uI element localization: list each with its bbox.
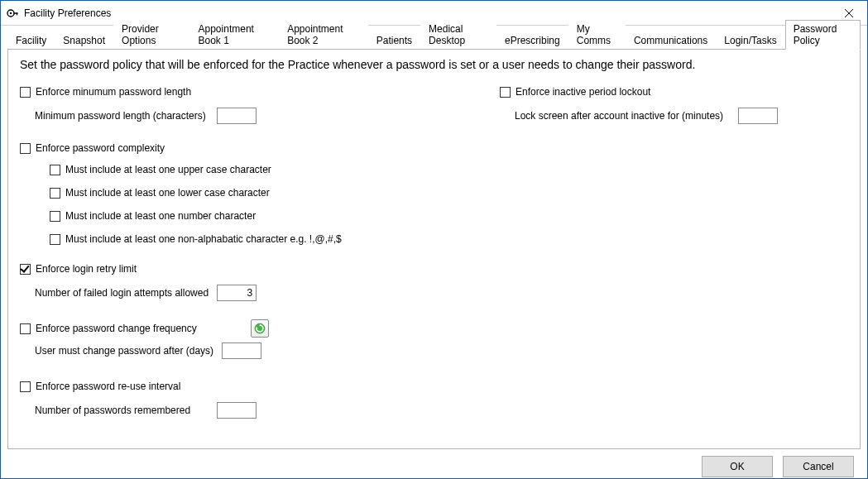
input-retry[interactable] [217, 285, 257, 301]
tab-label: Appointment Book 2 [287, 23, 343, 46]
tab-label: Appointment Book 1 [199, 23, 254, 46]
checkbox-rule-number[interactable] [50, 211, 60, 222]
tab-patients[interactable]: Patients [368, 31, 420, 49]
tab-my-comms[interactable]: My Comms [568, 20, 626, 49]
checkbox-enforce-retry[interactable] [20, 264, 31, 275]
label-rule-lower: Must include at least one lower case cha… [65, 187, 270, 199]
tab-eprescribing[interactable]: ePrescribing [496, 31, 568, 49]
app-icon [6, 7, 19, 20]
tab-communications[interactable]: Communications [626, 31, 716, 49]
tab-label: My Comms [577, 23, 611, 46]
tab-label: Communications [634, 35, 707, 46]
tab-label: Facility [16, 35, 46, 46]
label-enforce-inactive: Enforce inactive period lockout [516, 86, 650, 98]
intro-text: Set the password policy that will be enf… [20, 58, 848, 71]
input-min-length[interactable] [217, 108, 257, 124]
tab-login-tasks[interactable]: Login/Tasks [716, 31, 784, 49]
label-enforce-reuse: Enforce password re-use interval [36, 381, 180, 392]
input-change-freq[interactable] [222, 342, 261, 359]
tab-provider-options[interactable]: Provider Options [113, 20, 189, 49]
tab-medical-desktop[interactable]: Medical Desktop [420, 20, 496, 49]
group-inactive: Enforce inactive period lockout Lock scr… [500, 86, 848, 124]
input-reuse[interactable] [217, 402, 257, 419]
window-frame: Facility Preferences Facility Snapshot P… [0, 0, 868, 479]
label-change-freq-field: User must change password after (days) [35, 345, 213, 357]
checkbox-enforce-min-length[interactable] [20, 87, 31, 98]
group-reuse: Enforce password re-use interval Number … [20, 381, 450, 419]
label-retry-field: Number of failed login attempts allowed [35, 287, 209, 299]
input-inactive[interactable] [738, 108, 778, 124]
label-enforce-change-freq: Enforce password change frequency [36, 323, 226, 334]
refresh-button[interactable] [251, 319, 269, 338]
right-column: Enforce inactive period lockout Lock scr… [500, 86, 848, 437]
tab-label: Patients [376, 35, 412, 46]
tab-label: Login/Tasks [724, 35, 776, 46]
ok-button[interactable]: OK [702, 456, 773, 477]
label-inactive-field: Lock screen after account inactive for (… [515, 110, 730, 122]
tab-appointment-book-2[interactable]: Appointment Book 2 [279, 20, 368, 49]
label-rule-number: Must include at least one number charact… [65, 210, 256, 222]
checkbox-enforce-change-freq[interactable] [20, 323, 31, 334]
button-bar: OK Cancel [7, 449, 861, 479]
tab-label: ePrescribing [505, 35, 560, 46]
svg-point-1 [10, 12, 12, 14]
label-enforce-complexity: Enforce password complexity [36, 142, 165, 154]
checkbox-enforce-inactive[interactable] [500, 87, 511, 98]
group-change-freq: Enforce password change frequency User [20, 319, 450, 359]
tab-snapshot[interactable]: Snapshot [55, 31, 113, 49]
cancel-button[interactable]: Cancel [783, 456, 854, 477]
group-min-length: Enforce minumum password length Minimum … [20, 86, 450, 124]
label-min-length-field: Minimum password length (characters) [35, 110, 209, 122]
tab-label: Medical Desktop [429, 23, 465, 46]
group-complexity: Enforce password complexity Must include… [20, 142, 450, 245]
tab-label: Provider Options [122, 23, 159, 46]
svg-rect-3 [17, 12, 17, 15]
checkbox-enforce-reuse[interactable] [20, 381, 31, 392]
label-enforce-retry: Enforce login retry limit [36, 263, 137, 275]
label-reuse-field: Number of passwords remembered [35, 405, 209, 416]
checkbox-rule-lower[interactable] [50, 188, 60, 199]
checkbox-enforce-complexity[interactable] [20, 143, 31, 154]
window-body: Facility Snapshot Provider Options Appoi… [1, 26, 867, 479]
checkbox-rule-upper[interactable] [50, 165, 60, 175]
tab-label: Password Policy [794, 23, 837, 46]
tab-panel-password-policy: Set the password policy that will be enf… [7, 49, 861, 449]
tab-label: Snapshot [63, 35, 105, 46]
tab-facility[interactable]: Facility [7, 31, 55, 49]
label-rule-upper: Must include at least one upper case cha… [65, 164, 271, 175]
tab-password-policy[interactable]: Password Policy [785, 20, 861, 50]
window-title: Facility Preferences [24, 7, 830, 19]
tab-appointment-book-1[interactable]: Appointment Book 1 [190, 20, 280, 49]
label-rule-nonalpha: Must include at least one non-alphabatic… [65, 233, 342, 245]
checkbox-rule-nonalpha[interactable] [50, 234, 60, 245]
left-column: Enforce minumum password length Minimum … [20, 86, 450, 437]
tab-strip: Facility Snapshot Provider Options Appoi… [7, 31, 861, 49]
group-retry: Enforce login retry limit Number of fail… [20, 263, 450, 301]
label-enforce-min-length: Enforce minumum password length [36, 86, 191, 98]
